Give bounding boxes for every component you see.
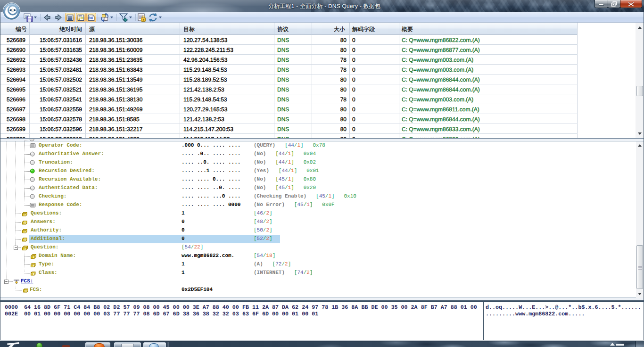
svg-text:0X: 0X [89,16,93,20]
